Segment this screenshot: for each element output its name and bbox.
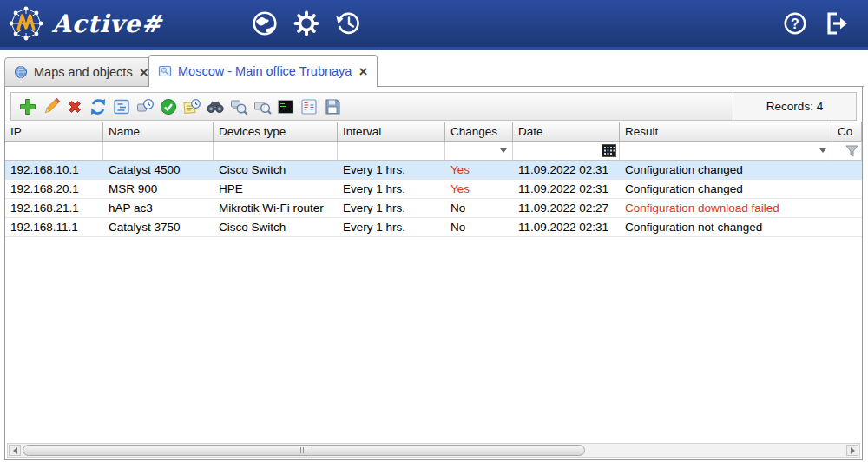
poll-schedule-button[interactable]	[133, 95, 156, 118]
tab-close-icon[interactable]: ×	[139, 65, 149, 80]
settings-button[interactable]	[291, 8, 322, 39]
scroll-left-button[interactable]	[9, 445, 21, 456]
save-floppy-icon	[323, 97, 342, 116]
scroll-right-button[interactable]	[846, 445, 858, 456]
filter-date-picker[interactable]	[513, 142, 620, 161]
add-icon	[18, 97, 37, 116]
device-inspect-button[interactable]	[250, 95, 273, 118]
edit-pencil-icon	[42, 97, 61, 116]
filter-input-name[interactable]	[103, 142, 214, 161]
table-row[interactable]: 192.168.11.1 Catalyst 3750 Cisco Switch …	[5, 218, 862, 237]
refresh-icon	[89, 97, 108, 116]
records-label: Records: 4	[766, 100, 823, 113]
cell-name: MSR 900	[103, 180, 214, 199]
terminal-icon	[276, 97, 295, 116]
cell-changes: Yes	[445, 180, 513, 199]
tab-label: Maps and objects	[34, 65, 133, 79]
tab-maps-and-objects[interactable]: Maps and objects ×	[4, 57, 159, 87]
tab-close-icon[interactable]: ×	[358, 64, 368, 79]
table-row[interactable]: 192.168.21.1 hAP ac3 Mikrotik Wi-Fi rout…	[5, 199, 862, 218]
cell-result: Configuration download failed	[620, 199, 832, 218]
cell-date: 11.09.2022 02:31	[513, 180, 620, 199]
cell-type: Cisco Switch	[214, 218, 338, 237]
edit-button[interactable]	[39, 95, 62, 118]
cell-result: Configuration changed	[620, 180, 832, 199]
calendar-icon	[602, 144, 616, 157]
help-button[interactable]: ?	[779, 8, 811, 39]
find-button[interactable]	[203, 95, 227, 118]
scrollbar-thumb[interactable]	[23, 445, 585, 456]
cell-result: Configuration changed	[620, 161, 832, 180]
settings-gear-icon	[292, 9, 321, 38]
app-logo-icon	[7, 4, 45, 43]
cell-co	[832, 161, 862, 180]
cell-ip: 192.168.10.1	[5, 161, 103, 180]
cell-result: Configuration not changed	[620, 218, 832, 237]
cell-interval: Every 1 hrs.	[338, 218, 445, 237]
tab-moscow-main-office[interactable]: Moscow - Main office Trubnaya ×	[148, 55, 378, 87]
cell-interval: Every 1 hrs.	[338, 180, 445, 199]
column-header-ip[interactable]: IP	[5, 122, 103, 142]
logout-button[interactable]	[821, 8, 852, 39]
delete-button[interactable]	[62, 95, 86, 118]
logout-icon	[822, 9, 852, 38]
help-icon: ?	[781, 10, 809, 37]
device-inspect-icon	[253, 97, 272, 116]
column-header-name[interactable]: Name	[103, 122, 214, 142]
poll-log-button[interactable]	[180, 95, 203, 118]
toolbar: Records: 4	[10, 92, 857, 121]
cell-type: HPE	[214, 180, 338, 199]
column-header-result[interactable]: Result	[620, 122, 832, 142]
device-table: IP Name Devices type Interval Changes Da…	[5, 122, 862, 237]
network-scan-button[interactable]	[227, 95, 250, 118]
save-button[interactable]	[320, 95, 344, 118]
network-scan-icon	[229, 97, 248, 116]
app-title: Active#	[52, 10, 162, 38]
filter-select-changes[interactable]	[445, 142, 513, 161]
column-header-date[interactable]: Date	[513, 122, 620, 142]
cell-date: 11.09.2022 02:27	[513, 199, 620, 218]
apply-check-button[interactable]	[156, 95, 180, 118]
config-compare-button[interactable]	[297, 95, 320, 118]
properties-button[interactable]	[109, 95, 133, 118]
device-list-panel: Records: 4 IP Name Devices type Interval…	[4, 87, 863, 460]
filter-row	[5, 142, 862, 161]
column-header-devices-type[interactable]: Devices type	[214, 122, 338, 142]
cell-type: Cisco Switch	[214, 161, 338, 180]
svg-text:?: ?	[791, 16, 799, 31]
cell-ip: 192.168.20.1	[5, 180, 103, 199]
poll-log-icon	[182, 97, 201, 116]
filter-input-ip[interactable]	[5, 142, 103, 161]
table-header-row: IP Name Devices type Interval Changes Da…	[5, 122, 862, 142]
config-compare-icon	[299, 97, 319, 116]
globe-icon	[250, 9, 279, 38]
cell-co	[832, 218, 862, 237]
maps-globe-button[interactable]	[249, 8, 280, 39]
filter-input-devices-type[interactable]	[214, 142, 338, 161]
horizontal-scrollbar[interactable]	[7, 443, 860, 458]
app-header: Active#	[0, 0, 868, 47]
add-button[interactable]	[16, 95, 39, 118]
arrow-left-icon	[13, 447, 17, 454]
properties-list-icon	[112, 97, 131, 116]
cell-interval: Every 1 hrs.	[338, 161, 445, 180]
cell-ip: 192.168.21.1	[5, 199, 103, 218]
cell-ip: 192.168.11.1	[5, 218, 103, 237]
refresh-button[interactable]	[86, 95, 109, 118]
table-row[interactable]: 192.168.10.1 Catalyst 4500 Cisco Switch …	[5, 161, 862, 180]
cell-name: Catalyst 4500	[103, 161, 214, 180]
history-button[interactable]	[332, 8, 364, 39]
filter-funnel-button[interactable]	[832, 142, 862, 161]
history-icon	[333, 9, 363, 38]
terminal-button[interactable]	[273, 95, 297, 118]
filter-select-result[interactable]	[620, 142, 832, 161]
delete-x-icon	[65, 97, 84, 116]
cell-co	[832, 199, 862, 218]
column-header-interval[interactable]: Interval	[338, 122, 445, 142]
table-row[interactable]: 192.168.20.1 MSR 900 HPE Every 1 hrs. Ye…	[5, 180, 862, 199]
poll-schedule-icon	[135, 97, 155, 116]
column-header-changes[interactable]: Changes	[445, 122, 513, 142]
column-header-co[interactable]: Co	[832, 122, 862, 142]
check-circle-icon	[159, 97, 178, 116]
filter-input-interval[interactable]	[338, 142, 445, 161]
